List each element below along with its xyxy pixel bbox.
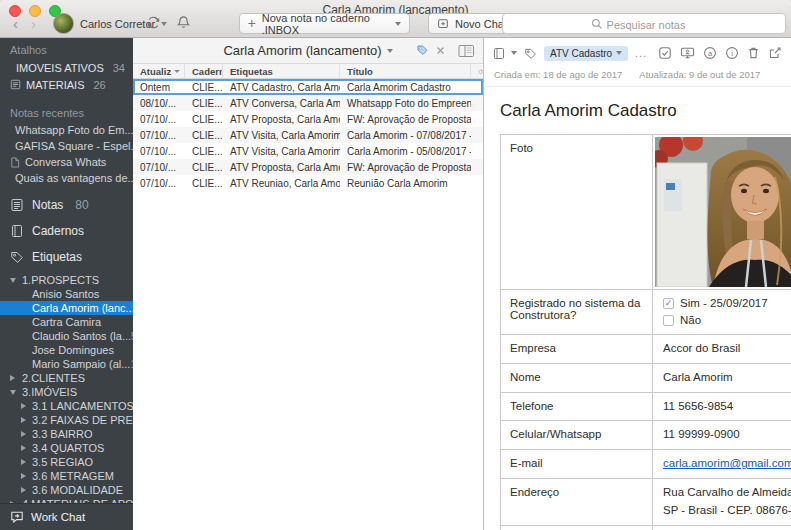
recent-note-label: Whatsapp Foto do Em... xyxy=(15,124,133,136)
note-row[interactable]: 07/10/...CLIE... ATV Visita, Carla Amori… xyxy=(133,143,483,159)
note-row[interactable]: 08/10/...CLIE... ATV Conversa, Carla Amo… xyxy=(133,95,483,111)
column-header-etiquetas[interactable]: Etiquetas xyxy=(223,64,340,78)
sidebar-tag-claudio-santos[interactable]: Claudio Santos (la... 5 xyxy=(0,329,133,343)
sidebar-tag-imoveis[interactable]: 3.IMÓVEIS xyxy=(0,385,133,399)
sidebar-tag-regiao[interactable]: 3.5 REGIAO xyxy=(0,455,133,469)
field-label[interactable]: Registrado no sistema da Construtora? xyxy=(501,290,653,335)
forward-icon[interactable]: › xyxy=(31,15,36,33)
chevron-down-icon[interactable] xyxy=(511,51,517,55)
field-value[interactable]: Rua Carvalho de Almeida, 45 SP - Brasil … xyxy=(653,479,791,526)
chevron-right-icon[interactable] xyxy=(21,459,26,465)
chevron-right-icon[interactable] xyxy=(21,473,26,479)
field-label[interactable]: E-mail xyxy=(501,450,653,479)
work-chat-button[interactable]: Work Chat xyxy=(0,503,133,530)
column-header-atualiz[interactable]: Atualiz xyxy=(133,64,185,78)
sidebar-tag-lancamentos[interactable]: 3.1 LANCAMENTOS xyxy=(0,399,133,413)
checkbox-unchecked-icon[interactable] xyxy=(663,315,674,326)
sidebar-item-cadernos[interactable]: Cadernos xyxy=(0,218,133,244)
recent-note-item[interactable]: Quais as vantagens de... xyxy=(0,170,133,186)
sidebar-item-etiquetas[interactable]: Etiquetas xyxy=(0,244,133,270)
recent-note-item[interactable]: GAFISA Square - Espel... xyxy=(0,138,133,154)
chevron-right-icon[interactable] xyxy=(21,403,26,409)
tag-filter-icon[interactable] xyxy=(416,44,429,57)
sidebar-tag-jose-domingues[interactable]: Jose Domingues xyxy=(0,343,133,357)
email-link[interactable]: carla.amorim@gmail.com xyxy=(663,457,791,469)
search-input[interactable] xyxy=(503,14,789,35)
chevron-down-icon[interactable] xyxy=(10,278,16,283)
recent-note-item[interactable]: Whatsapp Foto do Em... xyxy=(0,122,133,138)
note-row[interactable]: 07/10/...CLIE... ATV Visita, Carla Amori… xyxy=(133,127,483,143)
share-icon[interactable] xyxy=(768,46,782,60)
sidebar-item-notas[interactable]: Notas 80 xyxy=(0,192,133,218)
sidebar-tag-quartos[interactable]: 3.4 QUARTOS xyxy=(0,441,133,455)
chevron-right-icon[interactable] xyxy=(21,445,26,451)
column-header-caderno[interactable]: Caderno xyxy=(185,64,223,78)
field-label[interactable]: Celular/Whatsapp xyxy=(501,421,653,450)
checkbox-label: Sim - 25/09/2017 xyxy=(680,295,768,313)
sidebar-tag-prospects[interactable]: 1.PROSPECTS xyxy=(0,273,133,287)
annotate-icon[interactable]: a xyxy=(703,46,717,60)
note-list-title[interactable]: Carla Amorim (lancamento) xyxy=(223,43,381,58)
back-icon[interactable]: ‹ xyxy=(13,15,18,33)
chevron-down-icon[interactable] xyxy=(387,49,393,53)
sidebar-tag-anisio-santos[interactable]: Anisio Santos xyxy=(0,287,133,301)
field-label[interactable]: Indicação xyxy=(501,525,653,530)
sidebar-tag-clientes[interactable]: 2.CLIENTES xyxy=(0,371,133,385)
checkbox-checked-icon[interactable]: ✓ xyxy=(663,298,674,309)
search-field[interactable] xyxy=(502,13,786,34)
recent-note-item[interactable]: Conversa Whats xyxy=(0,154,133,170)
field-label[interactable]: Nome xyxy=(501,363,653,392)
field-value[interactable]: Carla Amorim xyxy=(653,363,791,392)
column-header-extra[interactable] xyxy=(471,64,483,78)
chevron-down-icon xyxy=(616,51,622,55)
trash-icon[interactable] xyxy=(747,46,760,60)
tag-chip[interactable]: ATV Cadastro xyxy=(544,46,628,61)
reminder-icon[interactable] xyxy=(658,46,672,60)
recent-header: Notas recentes xyxy=(0,101,133,122)
field-value[interactable] xyxy=(653,135,791,290)
updated-date: Atualizada: 9 de out de 2017 xyxy=(639,69,760,80)
field-label[interactable]: Telefone xyxy=(501,392,653,421)
chevron-right-icon[interactable] xyxy=(21,431,26,437)
clear-filter-icon[interactable] xyxy=(436,46,445,55)
account-name: Carlos Corretor xyxy=(80,18,155,30)
field-value[interactable]: Roberta Dias xyxy=(653,525,791,530)
recent-note-label: Conversa Whats xyxy=(25,156,106,168)
field-value[interactable]: Accor do Brasil xyxy=(653,335,791,364)
chevron-right-icon[interactable] xyxy=(10,375,15,381)
sidebar-tag-cartra-camira[interactable]: Cartra Camira xyxy=(0,315,133,329)
sidebar-tag-bairro[interactable]: 3.3 BAIRRO xyxy=(0,427,133,441)
shortcut-imoveis-ativos[interactable]: IMOVEIS ATIVOS 34 xyxy=(0,59,133,76)
plus-icon xyxy=(248,19,256,28)
note-row[interactable]: 07/10/...CLIE... ATV Proposta, Carla Amo… xyxy=(133,159,483,175)
notebook-icon[interactable] xyxy=(493,47,507,60)
column-header-titulo[interactable]: Título xyxy=(340,64,471,78)
bell-icon[interactable] xyxy=(176,15,191,30)
sidebar-tag-modalidade[interactable]: 3.6 MODALIDADE xyxy=(0,483,133,497)
sidebar-tag-carla-amorim[interactable]: Carla Amorim (lanc... 7 xyxy=(0,301,133,315)
field-value[interactable]: 11 5656-9854 xyxy=(653,392,791,421)
sync-icon[interactable] xyxy=(146,15,161,30)
note-title[interactable]: Carla Amorim Cadastro xyxy=(484,87,791,126)
field-label[interactable]: Empresa xyxy=(501,335,653,364)
tag-chip-label: ATV Cadastro xyxy=(550,48,612,59)
view-options-icon[interactable] xyxy=(458,44,475,58)
sidebar-tag-mario-sampaio[interactable]: Mario Sampaio (al... 1 xyxy=(0,357,133,371)
chevron-right-icon[interactable] xyxy=(21,487,26,493)
field-label[interactable]: Endereço xyxy=(501,479,653,526)
sidebar-tag-metragem[interactable]: 3.6 METRAGEM xyxy=(0,469,133,483)
note-row[interactable]: 07/10/...CLIE... ATV Reuniao, Carla Amor… xyxy=(133,175,483,191)
sidebar-tag-faixas-de-preco[interactable]: 3.2 FAIXAS DE PREÇO xyxy=(0,413,133,427)
present-icon[interactable] xyxy=(680,46,695,60)
shortcut-materiais[interactable]: MATERIAIS 26 xyxy=(0,76,133,93)
note-row[interactable]: OntemCLIE... ATV Cadastro, Carla Amorim.… xyxy=(133,79,483,95)
more-tags-indicator[interactable]: ... xyxy=(635,49,647,57)
note-row[interactable]: 07/10/...CLIE... ATV Proposta, Carla Amo… xyxy=(133,111,483,127)
chevron-down-icon[interactable] xyxy=(10,390,16,395)
field-label[interactable]: Foto xyxy=(501,135,653,290)
tag-icon[interactable] xyxy=(524,47,537,60)
new-note-button[interactable]: Nova nota no caderno .INBOX xyxy=(239,13,410,34)
chevron-right-icon[interactable] xyxy=(21,417,26,423)
info-icon[interactable]: i xyxy=(725,46,739,60)
field-value[interactable]: 11 99999-0900 xyxy=(653,421,791,450)
